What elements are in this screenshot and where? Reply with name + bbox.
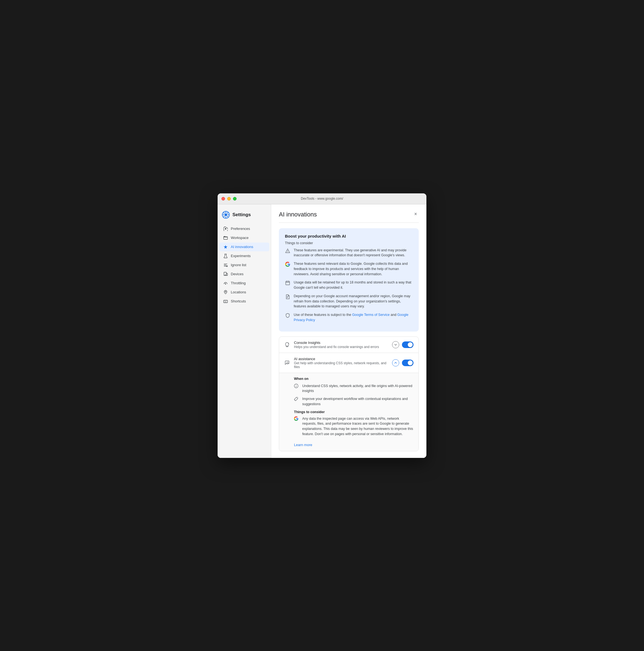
things-item-0: Any data the inspected page can access v… [294, 416, 413, 437]
sidebar-title: Settings [233, 212, 251, 218]
sidebar-label-locations: Locations [231, 290, 246, 294]
svg-point-6 [224, 212, 225, 213]
content-area: Settings Preferences Workspa [218, 205, 426, 458]
svg-point-3 [225, 217, 226, 218]
svg-point-4 [223, 214, 224, 215]
titlebar: DevTools - www.google.com/ [218, 193, 426, 205]
traffic-lights [221, 197, 237, 200]
info-item-1: These features send relevant data to Goo… [285, 261, 413, 277]
console-insights-name: Console Insights [294, 341, 388, 345]
svg-point-14 [225, 284, 226, 284]
sidebar-label-ignore-list: Ignore list [231, 263, 246, 267]
ai-chat-icon [284, 360, 290, 366]
ai-assistance-row: AI assistance Get help with understandin… [279, 353, 419, 373]
svg-point-9 [227, 212, 228, 213]
sidebar-label-experiments: Experiments [231, 254, 251, 258]
info-text-2: Usage data will be retained for up to 18… [294, 280, 413, 290]
svg-point-5 [228, 214, 229, 215]
main-content: AI innovations × Boost your productivity… [271, 205, 426, 458]
when-on-item-0: Understand CSS styles, network activity,… [294, 383, 413, 394]
info-box-subtitle: Things to consider [285, 241, 413, 245]
page-title: AI innovations [279, 211, 317, 218]
console-insights-expand-button[interactable] [392, 341, 399, 348]
svg-point-7 [227, 216, 228, 217]
tos-link[interactable]: Google Terms of Service [352, 313, 390, 317]
sidebar: Settings Preferences Workspa [218, 205, 271, 458]
info-text-1: These features send relevant data to Goo… [294, 261, 413, 277]
when-on-text-0: Understand CSS styles, network activity,… [302, 383, 413, 394]
keyboard-icon [223, 299, 228, 304]
svg-point-1 [224, 213, 227, 216]
sidebar-item-preferences[interactable]: Preferences [219, 224, 269, 233]
console-insights-info: Console Insights Helps you understand an… [294, 341, 388, 349]
device-icon [223, 272, 228, 277]
sidebar-item-throttling[interactable]: Throttling [219, 279, 269, 288]
console-insights-toggle[interactable] [402, 341, 413, 348]
info-item-3: Depending on your Google account managem… [285, 293, 413, 309]
maximize-traffic-light[interactable] [233, 197, 237, 200]
gear-icon [223, 226, 228, 231]
sidebar-label-ai-innovations: AI innovations [231, 245, 253, 249]
svg-point-13 [225, 275, 225, 275]
main-header: AI innovations × [279, 211, 419, 223]
wand-icon [294, 397, 299, 402]
ai-assistance-info: AI assistance Get help with understandin… [294, 357, 388, 369]
settings-logo-icon [222, 211, 230, 219]
info-text-3: Depending on your Google account managem… [294, 293, 413, 309]
info-item-0: These features are experimental. They us… [285, 248, 413, 258]
svg-rect-16 [224, 300, 227, 303]
sidebar-item-locations[interactable]: Locations [219, 288, 269, 297]
when-on-title: When on [294, 377, 413, 381]
sidebar-item-ai-innovations[interactable]: AI innovations [219, 243, 269, 251]
list-icon [223, 262, 228, 268]
console-insights-desc: Helps you understand and fix console war… [294, 345, 388, 349]
privacy-link[interactable]: Google Privacy Policy [294, 313, 408, 322]
sidebar-label-preferences: Preferences [231, 227, 250, 231]
ai-assistance-expanded: When on Understand CSS styles, network a… [279, 373, 419, 451]
close-traffic-light[interactable] [221, 197, 225, 200]
sidebar-item-shortcuts[interactable]: Shortcuts [219, 297, 269, 306]
when-on-text-1: Improve your development workflow with c… [302, 396, 413, 407]
console-insights-row: Console Insights Helps you understand an… [279, 337, 419, 353]
info-circle-icon [294, 384, 299, 389]
svg-rect-17 [286, 281, 289, 285]
svg-point-8 [224, 216, 225, 217]
info-box: Boost your productivity with AI Things t… [279, 228, 419, 332]
console-insights-controls [392, 341, 413, 348]
devtools-window: DevTools - www.google.com/ [218, 193, 426, 458]
sidebar-label-workspace: Workspace [231, 236, 249, 240]
sidebar-item-devices[interactable]: Devices [219, 270, 269, 279]
svg-rect-12 [226, 273, 227, 276]
document-icon [285, 294, 290, 300]
svg-point-15 [225, 291, 226, 292]
flask-icon [223, 253, 228, 258]
sidebar-label-throttling: Throttling [231, 281, 246, 285]
sidebar-label-devices: Devices [231, 272, 243, 276]
sidebar-header: Settings [218, 209, 271, 224]
warning-icon [285, 248, 290, 253]
ai-assistance-toggle[interactable] [402, 360, 413, 366]
gauge-icon [223, 281, 228, 286]
minimize-traffic-light[interactable] [227, 197, 231, 200]
sidebar-item-ignore-list[interactable]: Ignore list [219, 261, 269, 270]
ai-assistance-desc: Get help with understanding CSS styles, … [294, 361, 388, 369]
ai-assistance-name: AI assistance [294, 357, 388, 361]
info-item-4: Use of these features is subject to the … [285, 312, 413, 323]
sidebar-label-shortcuts: Shortcuts [231, 299, 246, 303]
info-text-0: These features are experimental. They us… [294, 248, 413, 258]
feature-card: Console Insights Helps you understand an… [279, 337, 419, 451]
sidebar-item-experiments[interactable]: Experiments [219, 252, 269, 260]
window-title: DevTools - www.google.com/ [301, 197, 343, 200]
info-item-2: Usage data will be retained for up to 18… [285, 280, 413, 290]
ai-assistance-expand-button[interactable] [392, 359, 399, 366]
google-icon-0 [285, 261, 290, 267]
google-icon-1 [294, 416, 299, 422]
info-box-title: Boost your productivity with AI [285, 234, 413, 239]
learn-more-link[interactable]: Learn more [294, 443, 312, 447]
close-button[interactable]: × [412, 211, 419, 217]
shield-icon [285, 313, 290, 318]
info-text-4: Use of these features is subject to the … [294, 312, 413, 323]
sparkle-icon [223, 245, 228, 249]
sidebar-item-workspace[interactable]: Workspace [219, 234, 269, 242]
lightbulb-icon [284, 342, 290, 348]
